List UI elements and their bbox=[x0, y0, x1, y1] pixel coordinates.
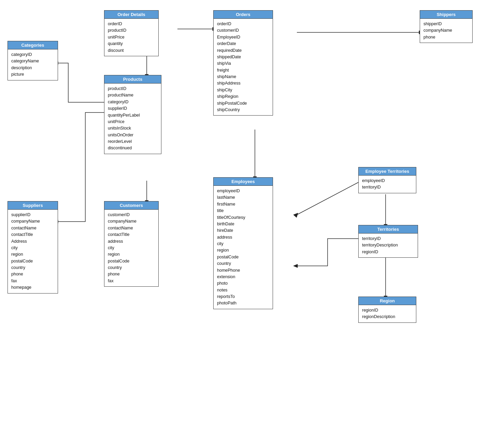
field-row: customerID bbox=[217, 27, 269, 34]
orders-title: Orders bbox=[236, 12, 250, 17]
field-row: country bbox=[108, 265, 155, 271]
table-orders-header: Orders bbox=[214, 11, 273, 19]
field-row: photo bbox=[217, 280, 269, 287]
table-suppliers: Suppliers supplierID companyName contact… bbox=[8, 201, 58, 294]
erd-diagram: Categories categoryID categoryName descr… bbox=[0, 0, 504, 421]
field-row: categoryName bbox=[11, 58, 54, 64]
field-row: unitsInStock bbox=[108, 125, 158, 132]
field-row: phone bbox=[108, 271, 155, 277]
products-title: Products bbox=[123, 77, 142, 82]
table-region: Region regionID regionDescription bbox=[358, 297, 416, 323]
table-products: Products productID productName categoryI… bbox=[104, 75, 161, 154]
field-row: EmployeeID bbox=[217, 34, 269, 41]
customers-title: Customers bbox=[120, 203, 143, 208]
table-shippers: Shippers shipperID companyName phone bbox=[420, 10, 473, 43]
table-employees: Employees employeeID lastName firstName … bbox=[213, 177, 273, 309]
shippers-title: Shippers bbox=[437, 12, 456, 17]
table-customers-header: Customers bbox=[104, 201, 158, 210]
table-suppliers-header: Suppliers bbox=[8, 201, 58, 210]
table-order-details-body: orderID productID unitPrice quantity dis… bbox=[104, 19, 158, 56]
field-row: productID bbox=[108, 86, 158, 92]
field-row: notes bbox=[217, 287, 269, 294]
field-row: employeeID bbox=[217, 188, 269, 194]
field-row: shipName bbox=[217, 74, 269, 80]
field-row: hireDate bbox=[217, 227, 269, 234]
field-row: orderID bbox=[217, 21, 269, 27]
field-row: categoryID bbox=[11, 51, 54, 58]
field-row: orderID bbox=[108, 21, 155, 27]
field-row: unitPrice bbox=[108, 34, 155, 41]
field-row: fax bbox=[11, 278, 54, 284]
field-row: postalCode bbox=[108, 258, 155, 265]
svg-line-11 bbox=[297, 182, 358, 215]
table-employees-body: employeeID lastName firstName title titl… bbox=[214, 186, 273, 309]
field-row: lastName bbox=[217, 194, 269, 201]
field-row: employeeID bbox=[362, 178, 413, 184]
field-row: regionDescription bbox=[362, 314, 413, 320]
table-products-header: Products bbox=[104, 75, 161, 84]
field-row: reportsTo bbox=[217, 294, 269, 300]
employee-territories-title: Employee Territories bbox=[365, 169, 409, 174]
field-row: supplierID bbox=[108, 105, 158, 112]
field-row: Address bbox=[11, 238, 54, 245]
table-products-body: productID productName categoryID supplie… bbox=[104, 84, 161, 154]
field-row: postalCode bbox=[11, 258, 54, 265]
field-row: titleOfCourtesy bbox=[217, 214, 269, 221]
region-title: Region bbox=[380, 298, 395, 303]
table-region-header: Region bbox=[359, 297, 416, 305]
field-row: customerID bbox=[108, 212, 155, 218]
categories-title: Categories bbox=[21, 43, 44, 48]
field-row: birthDate bbox=[217, 221, 269, 227]
employees-title: Employees bbox=[231, 179, 255, 184]
field-row: contactName bbox=[108, 225, 155, 231]
field-row: requiredDate bbox=[217, 47, 269, 54]
field-row: shippedDate bbox=[217, 54, 269, 60]
field-row: territoryDescription bbox=[362, 242, 414, 249]
territories-title: Territories bbox=[377, 227, 399, 232]
svg-marker-17 bbox=[293, 264, 298, 268]
field-row: homePhone bbox=[217, 267, 269, 274]
field-row: title bbox=[217, 208, 269, 214]
field-row: regionID bbox=[362, 307, 413, 314]
table-employee-territories-body: employeeID territoryID bbox=[359, 176, 416, 193]
field-row: region bbox=[217, 247, 269, 254]
field-row: discontinued bbox=[108, 145, 158, 151]
field-row: companyName bbox=[11, 218, 54, 225]
table-customers-body: customerID companyName contactName conta… bbox=[104, 210, 158, 286]
field-row: shipVia bbox=[217, 60, 269, 67]
table-employees-header: Employees bbox=[214, 178, 273, 186]
table-shippers-body: shipperID companyName phone bbox=[420, 19, 472, 43]
field-row: quantity bbox=[108, 41, 155, 47]
field-row: shipPostalCode bbox=[217, 100, 269, 107]
table-territories-body: territoryID territoryDescription regionI… bbox=[359, 234, 418, 257]
order-details-title: Order Details bbox=[117, 12, 145, 17]
suppliers-title: Suppliers bbox=[23, 203, 43, 208]
field-row: phone bbox=[11, 271, 54, 277]
field-row: shipperID bbox=[423, 21, 469, 27]
field-row: orderDate bbox=[217, 41, 269, 47]
table-orders-body: orderID customerID EmployeeID orderDate … bbox=[214, 19, 273, 115]
field-row: shipAddress bbox=[217, 80, 269, 87]
field-row: shipCountry bbox=[217, 107, 269, 113]
field-row: discount bbox=[108, 47, 155, 54]
table-shippers-header: Shippers bbox=[420, 11, 472, 19]
table-order-details: Order Details orderID productID unitPric… bbox=[104, 10, 159, 56]
field-row: city bbox=[217, 241, 269, 247]
field-row: productName bbox=[108, 92, 158, 99]
svg-marker-12 bbox=[293, 213, 298, 217]
field-row: region bbox=[11, 251, 54, 258]
table-order-details-header: Order Details bbox=[104, 11, 158, 19]
table-territories: Territories territoryID territoryDescrip… bbox=[358, 225, 418, 258]
field-row: freight bbox=[217, 67, 269, 74]
field-row: picture bbox=[11, 71, 54, 78]
field-row: address bbox=[217, 234, 269, 241]
field-row: productID bbox=[108, 27, 155, 34]
field-row: quantityPerLabel bbox=[108, 112, 158, 119]
table-categories-header: Categories bbox=[8, 41, 58, 49]
field-row: unitsOnOrder bbox=[108, 132, 158, 138]
field-row: fax bbox=[108, 278, 155, 284]
field-row: region bbox=[108, 251, 155, 258]
field-row: contactName bbox=[11, 225, 54, 231]
table-orders: Orders orderID customerID EmployeeID ord… bbox=[213, 10, 273, 116]
field-row: photoPath bbox=[217, 300, 269, 306]
